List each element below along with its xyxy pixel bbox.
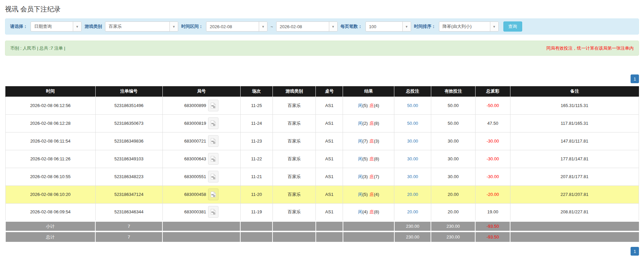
video-file-icon [210, 191, 216, 198]
chevron-down-icon: ▾ [490, 22, 498, 31]
table-no-cell: AS1 [316, 150, 343, 168]
game-cell: 百家乐 [273, 203, 315, 221]
video-button[interactable] [208, 135, 218, 147]
total-bet-cell: 50.00 [394, 97, 431, 114]
banker-result-score: (4) [374, 192, 379, 197]
page-size-value: 100 [366, 24, 402, 29]
banker-result-score: (3) [374, 139, 379, 144]
date-to-input[interactable]: 2026-02-08 ▾ [276, 21, 338, 32]
game-type-value: 百家乐 [105, 23, 169, 30]
bet-id-cell: 523186347124 [95, 185, 162, 203]
bet-id-cell: 523186351496 [95, 97, 162, 114]
banker-result-score: (4) [374, 103, 379, 108]
table-row: 2026-02-08 06:11:26 523186349103 6830006… [5, 150, 639, 168]
page-size-select[interactable]: 100 ▾ [365, 21, 411, 32]
session-cell: 11-22 [240, 150, 273, 168]
player-result-label: 闲 [358, 192, 362, 197]
banker-result-score: (8) [374, 209, 379, 214]
total-bet-link[interactable]: 50.00 [407, 103, 418, 108]
round-cell: 683000721 [162, 132, 240, 150]
payout-cell: -30.00 [475, 150, 510, 168]
table-row: 2026-02-08 06:10:20 523186347124 6830004… [5, 185, 639, 203]
banker-result-score: (8) [374, 156, 379, 161]
bet-id-cell: 523186350673 [95, 114, 162, 132]
result-cell: 闲(3)庄(7) [343, 168, 394, 185]
main-container: 视讯 会员下注纪录 请选择： 日期查询 ▾ 游戏类别 百家乐 ▾ 时间区间： 2… [0, 0, 644, 256]
session-cell: 11-25 [240, 97, 273, 114]
player-result-score: (7) [362, 139, 368, 144]
game-cell: 百家乐 [273, 150, 315, 168]
payout-cell: -20.00 [475, 185, 510, 203]
banker-result-label: 庄 [369, 192, 374, 197]
table-no-cell: AS1 [316, 97, 343, 114]
filter-panel: 请选择： 日期查询 ▾ 游戏类别 百家乐 ▾ 时间区间： 2026-02-08 … [5, 18, 639, 35]
round-cell: 683000458 [162, 185, 240, 203]
banker-result-score: (8) [374, 121, 379, 126]
player-result-score: (5) [362, 103, 368, 108]
page-button-1[interactable]: 1 [631, 247, 639, 256]
video-file-icon [210, 209, 216, 215]
player-result-label: 闲 [358, 209, 362, 214]
table-row: 2026-02-08 06:09:54 523186346344 6830003… [5, 203, 639, 221]
player-result-label: 闲 [358, 121, 362, 126]
pagination-top: 1 [5, 74, 639, 83]
game-type-select[interactable]: 百家乐 ▾ [105, 21, 178, 32]
video-button[interactable] [208, 189, 218, 200]
chevron-down-icon: ▾ [259, 22, 267, 31]
summary-bar: 币别 : 人民币 | 总共 :7 注单 | 同局有效投注，统一计算在该局第一张注… [5, 41, 639, 56]
remark-cell: 208.81/227.81 [510, 203, 639, 221]
date-from-input[interactable]: 2026-02-08 ▾ [206, 21, 267, 32]
bet-id-cell: 523186349836 [95, 132, 162, 150]
chevron-down-icon: ▾ [402, 22, 411, 31]
bet-id-cell: 523186346344 [95, 203, 162, 221]
total-payout: -93.50 [475, 231, 510, 242]
total-bet-cell: 30.00 [394, 168, 431, 185]
search-button[interactable]: 查询 [503, 21, 522, 32]
video-button[interactable] [208, 206, 218, 218]
payout-cell: 47.50 [475, 114, 510, 132]
time-cell: 2026-02-08 06:12:28 [5, 114, 95, 132]
banker-result-score: (7) [374, 174, 379, 179]
sort-order-select[interactable]: 降幂(由大到小) ▾ [439, 21, 499, 32]
table-row: 2026-02-08 06:10:55 523186348223 6830005… [5, 168, 639, 185]
total-bet-link[interactable]: 30.00 [407, 174, 418, 179]
column-header-result: 结果 [343, 86, 394, 97]
table-row: 2026-02-08 06:11:54 523186349836 6830007… [5, 132, 639, 150]
remark-cell: 165.31/115.31 [510, 97, 639, 114]
total-bet-cell: 30.00 [394, 150, 431, 168]
remark-cell: 227.81/207.81 [510, 185, 639, 203]
video-file-icon [210, 120, 216, 126]
total-bet-link[interactable]: 30.00 [407, 139, 418, 144]
video-button[interactable] [208, 117, 218, 129]
video-button[interactable] [208, 171, 218, 182]
table-row: 2026-02-08 06:12:56 523186351496 6830008… [5, 97, 639, 114]
video-button[interactable] [208, 100, 218, 111]
total-bet-link[interactable]: 30.00 [407, 156, 418, 161]
video-button[interactable] [208, 153, 218, 165]
total-count: 7 [95, 231, 162, 242]
round-number: 683000381 [184, 209, 206, 214]
round-cell: 683000551 [162, 168, 240, 185]
total-bet-link[interactable]: 20.00 [407, 209, 418, 214]
total-bet-cell: 50.00 [394, 114, 431, 132]
player-result-score: (5) [362, 192, 368, 197]
video-file-icon [210, 138, 216, 144]
total-bet-link[interactable]: 50.00 [407, 121, 418, 126]
subtotal-label: 小计 [5, 221, 95, 231]
bet-notice-text: 同局有效投注，统一计算在该局第一张注单内 [546, 45, 634, 51]
video-file-icon [210, 156, 216, 162]
banker-result-label: 庄 [369, 156, 374, 161]
total-bet-link[interactable]: 20.00 [407, 192, 418, 197]
table-no-cell: AS1 [316, 114, 343, 132]
table-no-cell: AS1 [316, 185, 343, 203]
page-button-1[interactable]: 1 [631, 74, 639, 83]
table-no-cell: AS1 [316, 132, 343, 150]
player-result-label: 闲 [358, 139, 362, 144]
query-type-select[interactable]: 日期查询 ▾ [31, 21, 82, 32]
time-cell: 2026-02-08 06:11:26 [5, 150, 95, 168]
result-cell: 闲(7)庄(3) [343, 132, 394, 150]
column-header-table-no: 桌号 [316, 86, 343, 97]
video-file-icon [210, 173, 216, 180]
bet-id-cell: 523186349103 [95, 150, 162, 168]
valid-bet-cell: 20.00 [431, 203, 475, 221]
